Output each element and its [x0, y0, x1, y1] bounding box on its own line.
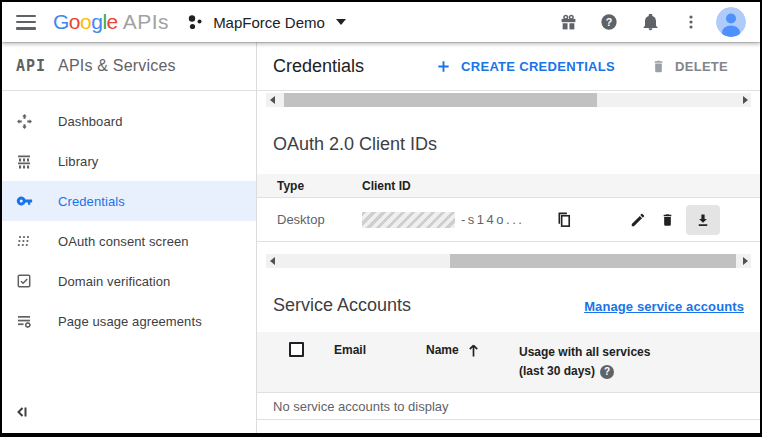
delete-button[interactable]: DELETE [651, 58, 728, 74]
horizontal-scrollbar-bottom[interactable] [266, 254, 751, 268]
scrollbar-thumb[interactable] [450, 254, 736, 268]
sidebar-title: APIs & Services [58, 57, 176, 75]
scroll-right-arrow-icon[interactable] [739, 254, 751, 268]
sidebar-nav: Dashboard Library [2, 91, 256, 341]
sidebar-item-label: Page usage agreements [58, 314, 202, 329]
copy-client-id-button[interactable] [556, 211, 573, 229]
sidebar-item-library[interactable]: Library [2, 141, 256, 181]
key-icon [16, 192, 40, 210]
app-window: Google APIs MapForce Demo [0, 0, 762, 437]
topbar-actions: ? [539, 7, 746, 37]
help-icon: ? [600, 13, 618, 31]
logo-letter: e [107, 10, 118, 34]
google-apis-logo: Google APIs [53, 10, 169, 34]
more-options-button[interactable] [679, 10, 703, 34]
copy-icon [556, 211, 573, 229]
main-content: Credentials CREATE CREDENTIALS DELETE [257, 42, 760, 433]
sidebar-item-label: Dashboard [58, 114, 123, 129]
top-bar: Google APIs MapForce Demo [2, 2, 760, 42]
sidebar-item-domain-verification[interactable]: Domain verification [2, 261, 256, 301]
oauth-consent-icon [16, 233, 40, 249]
oauth-table-header: Type Client ID [257, 174, 760, 198]
download-client-button[interactable] [686, 205, 720, 235]
empty-state-row: No service accounts to display [257, 393, 760, 420]
service-accounts-title: Service Accounts [273, 295, 411, 316]
trash-icon [651, 58, 666, 74]
project-name: MapForce Demo [213, 14, 325, 31]
sidebar-item-oauth-consent-screen[interactable]: OAuth consent screen [2, 221, 256, 261]
email-column-header: Email [334, 342, 426, 381]
sidebar-item-credentials[interactable]: Credentials [2, 181, 256, 221]
avatar[interactable] [716, 7, 746, 37]
plus-icon [436, 59, 451, 74]
dashboard-icon [16, 113, 40, 130]
usage-column-line2: (last 30 days) [519, 362, 595, 381]
name-column-header[interactable]: Name [426, 342, 519, 381]
logo-letter: G [53, 10, 69, 34]
service-accounts-table-header: Email Name Usage with all services (last… [257, 332, 760, 393]
service-accounts-titlebar: Service Accounts Manage service accounts [273, 295, 744, 316]
svg-text:?: ? [606, 16, 613, 28]
logo-letter: o [69, 10, 80, 34]
delete-client-button[interactable] [660, 211, 675, 228]
collapse-sidebar-button[interactable] [14, 401, 36, 423]
name-column-label: Name [426, 343, 459, 357]
horizontal-scrollbar-top[interactable] [266, 93, 751, 107]
create-credentials-button[interactable]: CREATE CREDENTIALS [436, 59, 615, 74]
sidebar-item-dashboard[interactable]: Dashboard [2, 101, 256, 141]
avatar-icon [716, 7, 746, 37]
offers-button[interactable] [556, 10, 580, 34]
notifications-button[interactable] [638, 10, 662, 34]
chevron-down-icon [336, 19, 346, 25]
bell-icon [642, 14, 659, 31]
library-icon [16, 153, 40, 169]
sidebar-item-label: OAuth consent screen [58, 234, 189, 249]
row-actions [630, 205, 720, 235]
scrollbar-thumb[interactable] [284, 93, 597, 107]
manage-service-accounts-link[interactable]: Manage service accounts [584, 299, 744, 314]
delete-label: DELETE [675, 59, 728, 74]
trash-icon [660, 211, 675, 228]
project-icon [187, 14, 204, 31]
oauth-section-title: OAuth 2.0 Client IDs [273, 134, 744, 155]
select-all-checkbox[interactable] [289, 342, 304, 357]
client-id-suffix: -s14o... [461, 212, 524, 227]
sidebar-header: API APIs & Services [2, 42, 256, 91]
usage-help-icon[interactable]: ? [600, 365, 614, 379]
more-vert-icon [683, 14, 699, 30]
content-header: Credentials CREATE CREDENTIALS DELETE [257, 42, 760, 91]
client-type-cell: Desktop [277, 212, 362, 227]
page-title: Credentials [273, 56, 364, 77]
service-accounts-table: Email Name Usage with all services (last… [257, 316, 760, 420]
help-button[interactable]: ? [597, 10, 621, 34]
pencil-icon [630, 212, 646, 228]
client-id-column-header: Client ID [362, 179, 411, 193]
sidebar-item-label: Domain verification [58, 274, 170, 289]
domain-verification-icon [16, 273, 40, 289]
logo-letter: g [91, 10, 102, 34]
scroll-left-arrow-icon[interactable] [266, 93, 278, 107]
oauth-client-row: Desktop -s14o... [257, 198, 760, 242]
scroll-right-arrow-icon[interactable] [739, 93, 751, 107]
usage-column-header: Usage with all services (last 30 days) ? [519, 342, 760, 381]
create-credentials-label: CREATE CREDENTIALS [461, 59, 615, 74]
scroll-left-arrow-icon[interactable] [266, 254, 278, 268]
edit-client-button[interactable] [630, 212, 646, 228]
oauth-clients-table: Type Client ID Desktop -s14o... [257, 174, 760, 242]
sidebar-item-label: Library [58, 154, 98, 169]
logo-letter: o [80, 10, 91, 34]
gift-icon [560, 14, 577, 31]
checkbox-cell [257, 342, 334, 381]
api-logo: API [16, 57, 46, 75]
logo-suffix: APIs [123, 10, 169, 34]
hamburger-menu-icon[interactable] [16, 15, 36, 30]
client-id-redacted-blur [362, 212, 455, 228]
client-id-cell: -s14o... [362, 211, 630, 229]
collapse-sidebar-icon [14, 404, 30, 420]
download-icon [695, 212, 711, 228]
usage-column-line1: Usage with all services [519, 343, 760, 362]
sidebar-item-page-usage-agreements[interactable]: Page usage agreements [2, 301, 256, 341]
sort-ascending-icon [467, 343, 480, 358]
empty-state-text: No service accounts to display [273, 399, 449, 414]
project-selector[interactable]: MapForce Demo [187, 14, 346, 31]
